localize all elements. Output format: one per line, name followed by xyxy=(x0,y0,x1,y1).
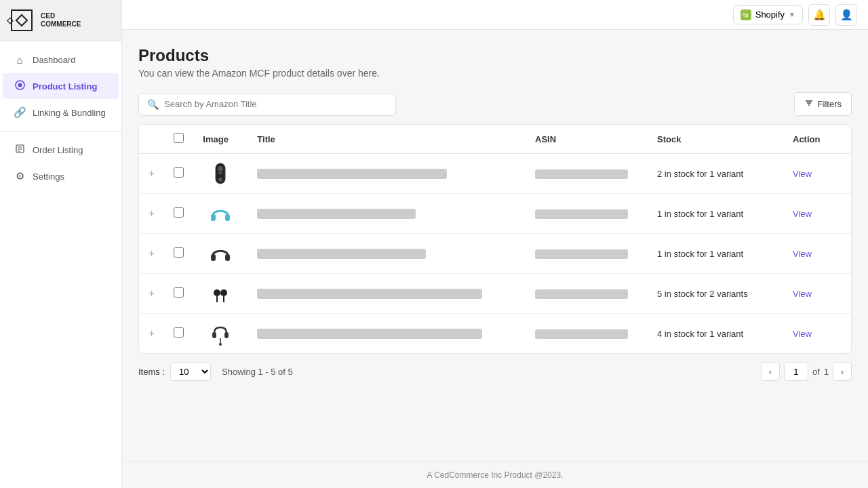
product-title: ███████████████████████████ xyxy=(257,249,426,259)
svg-rect-13 xyxy=(211,254,216,261)
search-filter-row: 🔍 Filters xyxy=(138,92,852,116)
product-title-cell: ████████████████████████████████████ xyxy=(248,314,526,354)
footer-text: A CedCommerce Inc Product @2023. xyxy=(427,470,564,480)
product-asin-cell: █████████████ xyxy=(526,274,648,314)
product-stock-cell: 1 in stock for 1 variant xyxy=(648,194,783,234)
row-checkbox[interactable] xyxy=(174,167,184,178)
product-title-cell: ████████████████████████████████████ xyxy=(248,274,526,314)
main-content: 🛍 Shopify ▼ 🔔 👤 Products You can view th… xyxy=(122,0,868,488)
product-title: ██████████ ████████████████████ xyxy=(257,169,447,179)
view-link[interactable]: View xyxy=(793,169,812,179)
logo: CEDCOMMERCE xyxy=(0,0,121,41)
row-checkbox[interactable] xyxy=(174,207,184,218)
page-title: Products xyxy=(138,46,852,65)
svg-rect-10 xyxy=(218,172,222,174)
svg-rect-19 xyxy=(212,332,216,338)
col-expand xyxy=(139,125,164,154)
expand-icon[interactable]: + xyxy=(139,234,164,274)
product-asin: █████████████ xyxy=(535,249,628,259)
product-stock: 2 in stock for 1 variant xyxy=(657,169,743,179)
row-checkbox[interactable] xyxy=(174,327,184,338)
col-asin-header: ASIN xyxy=(526,125,648,154)
notifications-button[interactable]: 🔔 xyxy=(808,4,830,26)
sidebar-item-order-listing[interactable]: Order Listing xyxy=(3,137,119,163)
row-checkbox-cell xyxy=(164,314,193,354)
sidebar-divider xyxy=(0,131,121,131)
view-link[interactable]: View xyxy=(793,249,812,259)
sidebar-item-settings[interactable]: ⚙ Settings xyxy=(3,163,119,189)
shopify-button[interactable]: 🛍 Shopify ▼ xyxy=(733,5,803,24)
product-asin: █████████████ xyxy=(535,209,628,219)
product-stock-cell: 2 in stock for 1 variant xyxy=(648,154,783,194)
next-page-button[interactable]: › xyxy=(833,362,852,381)
table-row: + ███████████████████████████ ██████████… xyxy=(139,234,851,274)
expand-icon[interactable]: + xyxy=(139,274,164,314)
prev-page-button[interactable]: ‹ xyxy=(761,362,780,381)
products-table: Image Title ASIN Stock Action + xyxy=(138,124,852,354)
col-title-header: Title xyxy=(248,125,526,154)
sidebar-item-label: Dashboard xyxy=(33,55,76,65)
product-action-cell: View xyxy=(783,154,851,194)
filters-button[interactable]: Filters xyxy=(794,92,852,116)
items-label: Items : xyxy=(138,367,165,377)
product-image xyxy=(203,161,238,186)
sidebar-item-dashboard[interactable]: ⌂ Dashboard xyxy=(3,47,119,73)
product-asin: █████████████ xyxy=(535,169,628,179)
search-icon: 🔍 xyxy=(147,99,159,110)
search-input[interactable] xyxy=(164,99,387,109)
select-all-checkbox[interactable] xyxy=(174,133,184,143)
footer: A CedCommerce Inc Product @2023. xyxy=(122,462,868,488)
sidebar-item-product-listing[interactable]: Product Listing xyxy=(3,73,119,99)
row-checkbox-cell xyxy=(164,234,193,274)
product-stock-cell: 4 in stock for 1 variant xyxy=(648,314,783,354)
expand-icon[interactable]: + xyxy=(139,154,164,194)
page-content: Products You can view the Amazon MCF pro… xyxy=(122,30,868,462)
product-stock: 1 in stock for 1 variant xyxy=(657,249,743,259)
product-title-cell: ███████████████████████████ xyxy=(248,234,526,274)
product-action-cell: View xyxy=(783,274,851,314)
table-row: + ██████████ ████████████████████ ██████… xyxy=(139,154,851,194)
filters-label: Filters xyxy=(818,99,842,109)
linking-icon: 🔗 xyxy=(14,106,26,119)
product-stock: 4 in stock for 1 variant xyxy=(657,329,743,339)
pagination-row: Items : 10 25 50 100 Showing 1 - 5 of 5 … xyxy=(138,354,852,381)
bell-icon: 🔔 xyxy=(813,9,826,21)
view-link[interactable]: View xyxy=(793,289,812,299)
product-action-cell: View xyxy=(783,194,851,234)
product-asin-cell: █████████████ xyxy=(526,234,648,274)
col-image-header: Image xyxy=(193,125,248,154)
user-profile-button[interactable]: 👤 xyxy=(835,4,857,26)
sidebar-item-label: Product Listing xyxy=(33,81,97,92)
row-checkbox[interactable] xyxy=(174,247,184,258)
svg-rect-8 xyxy=(218,166,223,171)
product-asin-cell: █████████████ xyxy=(526,314,648,354)
search-box: 🔍 xyxy=(138,93,396,116)
product-stock-cell: 1 in stock for 1 variant xyxy=(648,234,783,274)
product-title-cell: ███████ ██████████████████ xyxy=(248,194,526,234)
view-link[interactable]: View xyxy=(793,209,812,219)
product-image-cell xyxy=(193,314,248,354)
product-asin-cell: █████████████ xyxy=(526,154,648,194)
row-checkbox[interactable] xyxy=(174,287,184,298)
product-image-cell xyxy=(193,274,248,314)
nav-menu: ⌂ Dashboard Product Listing 🔗 Linking & … xyxy=(0,41,121,488)
row-checkbox-cell xyxy=(164,194,193,234)
topbar: 🛍 Shopify ▼ 🔔 👤 xyxy=(122,0,868,30)
total-pages: 1 xyxy=(824,367,829,377)
product-image-cell xyxy=(193,194,248,234)
sidebar: CEDCOMMERCE ⌂ Dashboard Product Listing … xyxy=(0,0,122,488)
svg-point-15 xyxy=(214,289,220,296)
svg-point-22 xyxy=(219,343,222,346)
view-link[interactable]: View xyxy=(793,329,812,339)
sidebar-item-linking-bundling[interactable]: 🔗 Linking & Bundling xyxy=(3,100,119,125)
expand-icon[interactable]: + xyxy=(139,314,164,354)
svg-point-9 xyxy=(218,178,222,182)
items-per-page-select[interactable]: 10 25 50 100 xyxy=(170,363,211,381)
expand-icon[interactable]: + xyxy=(139,194,164,234)
svg-marker-0 xyxy=(16,15,27,26)
svg-rect-12 xyxy=(225,214,230,221)
page-number-input[interactable] xyxy=(784,362,808,381)
table-row: + ████████████████████████████████████ █… xyxy=(139,274,851,314)
items-per-page: Items : 10 25 50 100 xyxy=(138,363,211,381)
table-row: + ███████ ██████████████████ ███████████… xyxy=(139,194,851,234)
